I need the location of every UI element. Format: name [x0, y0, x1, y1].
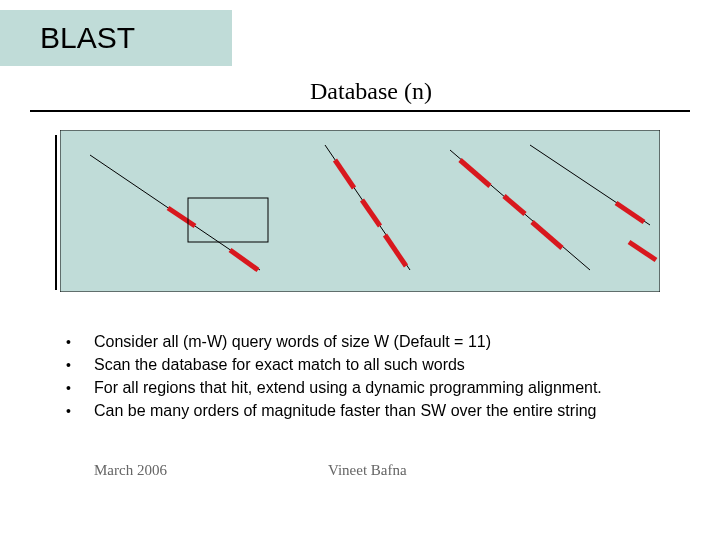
bullet-marker: • [64, 332, 94, 352]
slide-title: BLAST [40, 21, 135, 55]
bullet-text: For all regions that hit, extend using a… [94, 378, 700, 398]
bullet-item: •Scan the database for exact match to al… [64, 355, 700, 375]
bullet-text: Can be many orders of magnitude faster t… [94, 401, 700, 421]
bullet-item: •Consider all (m-W) query words of size … [64, 332, 700, 352]
footer-author: Vineet Bafna [328, 462, 407, 479]
bullet-marker: • [64, 355, 94, 375]
bullet-marker: • [64, 378, 94, 398]
footer-date: March 2006 [94, 462, 167, 479]
bullet-marker: • [64, 401, 94, 421]
bullet-text: Scan the database for exact match to all… [94, 355, 700, 375]
title-band: BLAST [0, 10, 232, 66]
bullet-list: •Consider all (m-W) query words of size … [64, 332, 700, 424]
blast-diagram [60, 130, 660, 292]
left-axis-bar [55, 135, 57, 290]
bullet-item: •For all regions that hit, extend using … [64, 378, 700, 398]
bullet-item: •Can be many orders of magnitude faster … [64, 401, 700, 421]
svg-rect-0 [60, 130, 660, 292]
database-label: Database (n) [310, 78, 432, 105]
bullet-text: Consider all (m-W) query words of size W… [94, 332, 700, 352]
horizontal-rule [30, 110, 690, 112]
